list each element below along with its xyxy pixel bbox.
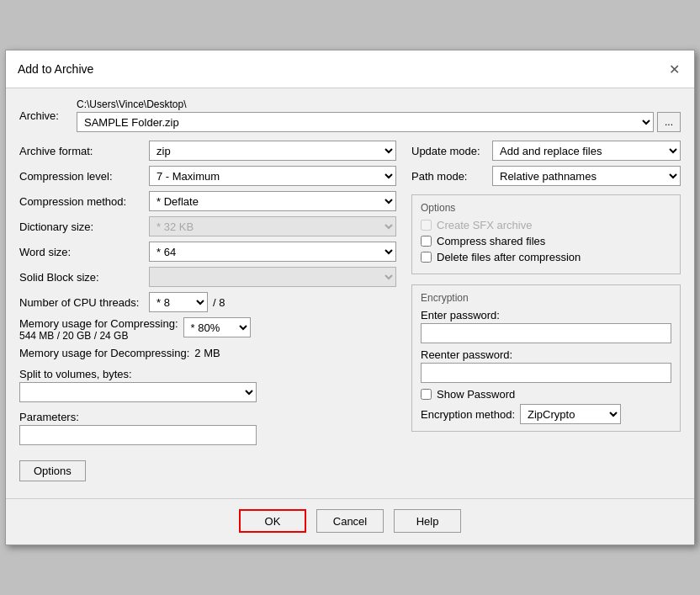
title-bar: Add to Archive ✕ [6,50,694,88]
solid-block-size-select[interactable] [149,267,396,287]
options-button[interactable]: Options [19,460,86,481]
word-size-label: Word size: [19,246,144,258]
path-mode-row: Path mode: Relative pathnames Absolute p… [411,166,681,186]
cpu-threads-row: Number of CPU threads: * 1 * 2 * 4 * 8 /… [19,292,396,312]
dialog-title: Add to Archive [18,62,93,76]
word-size-row: Word size: * 64 32 128 [19,242,396,262]
create-sfx-label: Create SFX archive [437,219,532,231]
encryption-group-box: Encryption Enter password: Reenter passw… [411,284,681,432]
dialog-body: Archive: C:\Users\Vince\Desktop\ SAMPLE … [6,88,694,490]
archive-filename-select[interactable]: SAMPLE Folder.zip [77,112,654,132]
dictionary-size-row: Dictionary size: * 32 KB [19,216,396,236]
params-row: Parameters: [19,411,396,445]
left-column: Archive format: zip 7z tar gz Compressio… [19,141,396,481]
delete-after-row: Delete files after compression [421,251,671,263]
cpu-threads-max: / 8 [213,296,225,309]
archive-format-label: Archive format: [19,145,144,157]
show-password-checkbox[interactable] [421,389,432,400]
path-mode-select[interactable]: Relative pathnames Absolute pathnames No… [492,166,681,186]
compression-level-label: Compression level: [19,170,144,183]
params-input[interactable] [19,425,257,445]
cpu-threads-label: Number of CPU threads: [19,296,144,309]
compress-shared-checkbox[interactable] [421,236,432,247]
archive-path-text: C:\Users\Vince\Desktop\ [77,98,681,110]
memory-decompress-value: 2 MB [194,347,220,359]
archive-format-select[interactable]: zip 7z tar gz [149,141,396,161]
delete-after-label: Delete files after compression [437,251,581,263]
compress-shared-label: Compress shared files [437,235,545,247]
encryption-method-label: Encryption method: [421,408,515,421]
cancel-button[interactable]: Cancel [316,509,384,533]
compress-shared-row: Compress shared files [421,235,671,247]
memory-compress-info: 544 MB / 20 GB / 24 GB [19,330,178,342]
solid-block-size-label: Solid Block size: [19,271,144,284]
memory-compress-label: Memory usage for Compressing: [19,317,178,330]
enter-password-label: Enter password: [421,309,671,321]
word-size-select[interactable]: * 64 32 128 [149,242,396,262]
split-select[interactable] [19,382,257,402]
memory-compress-select[interactable]: * 80% * 60% * 40% [183,317,251,337]
create-sfx-row: Create SFX archive [421,219,671,231]
encryption-group-title: Encryption [421,292,671,304]
options-group-box: Options Create SFX archive Compress shar… [411,194,681,274]
solid-block-size-row: Solid Block size: [19,267,396,287]
params-label: Parameters: [19,411,396,423]
show-password-label: Show Password [437,388,515,401]
memory-decompress-label: Memory usage for Decompressing: [19,347,189,359]
update-mode-row: Update mode: Add and replace files Updat… [411,141,681,161]
cpu-threads-select[interactable]: * 1 * 2 * 4 * 8 [149,292,208,312]
memory-compress-label-col: Memory usage for Compressing: 544 MB / 2… [19,317,178,342]
encryption-method-select[interactable]: ZipCrypto AES-256 [520,404,621,424]
show-password-row: Show Password [421,388,671,401]
add-to-archive-dialog: Add to Archive ✕ Archive: C:\Users\Vince… [5,50,695,545]
dictionary-size-select[interactable]: * 32 KB [149,216,396,236]
close-button[interactable]: ✕ [664,59,684,79]
reenter-password-label: Reenter password: [421,348,671,361]
split-label: Split to volumes, bytes: [19,368,396,380]
encryption-method-row: Encryption method: ZipCrypto AES-256 [421,404,671,424]
compression-method-label: Compression method: [19,195,144,208]
split-row: Split to volumes, bytes: [19,368,396,402]
delete-after-checkbox[interactable] [421,252,432,263]
help-button[interactable]: Help [394,509,461,533]
archive-format-row: Archive format: zip 7z tar gz [19,141,396,161]
compression-level-row: Compression level: 0 - Store 1 - Fastest… [19,166,396,186]
archive-path-row: SAMPLE Folder.zip ... [77,112,681,132]
archive-path-col: C:\Users\Vince\Desktop\ SAMPLE Folder.zi… [77,98,681,132]
update-mode-label: Update mode: [411,145,487,157]
ok-button[interactable]: OK [239,509,306,533]
archive-row: Archive: C:\Users\Vince\Desktop\ SAMPLE … [19,98,681,132]
compression-level-select[interactable]: 0 - Store 1 - Fastest 3 - Fast 5 - Norma… [149,166,396,186]
update-mode-select[interactable]: Add and replace files Update and add fil… [492,141,681,161]
memory-compress-row: Memory usage for Compressing: 544 MB / 2… [19,317,396,342]
reenter-password-input[interactable] [421,363,671,383]
dialog-footer: OK Cancel Help [6,498,694,545]
memory-decompress-row: Memory usage for Decompressing: 2 MB [19,347,396,359]
archive-label: Archive: [19,109,70,122]
main-columns: Archive format: zip 7z tar gz Compressio… [19,141,681,481]
dictionary-size-label: Dictionary size: [19,220,144,233]
path-mode-label: Path mode: [411,170,487,183]
split-wrapper [19,382,257,402]
compression-method-row: Compression method: * Deflate Deflate64 … [19,191,396,211]
options-btn-wrapper: Options [19,450,396,481]
enter-password-input[interactable] [421,323,671,343]
right-column: Update mode: Add and replace files Updat… [411,141,681,481]
options-group-title: Options [421,202,671,214]
compression-method-select[interactable]: * Deflate Deflate64 BZip2 LZMA PPMd [149,191,396,211]
create-sfx-checkbox[interactable] [421,220,432,231]
browse-button[interactable]: ... [657,112,681,132]
